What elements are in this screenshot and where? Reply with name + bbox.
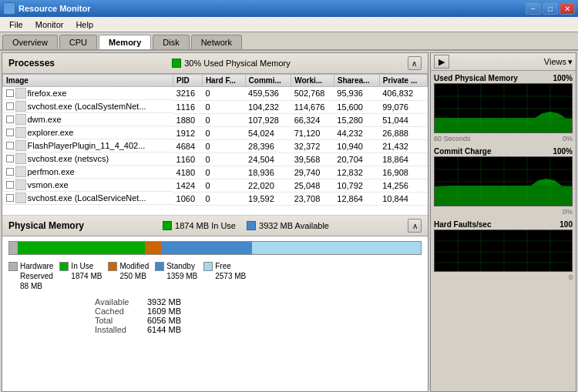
cell-image: svchost.exe (LocalServiceNet... bbox=[3, 192, 173, 205]
cell-shared: 44,232 bbox=[334, 126, 379, 139]
legend-text: Standby1359 MB bbox=[166, 261, 197, 281]
tab-cpu[interactable]: CPU bbox=[59, 35, 97, 49]
col-pid[interactable]: PID bbox=[173, 75, 203, 87]
tab-bar: Overview CPU Memory Disk Network bbox=[0, 32, 578, 51]
process-checkbox[interactable] bbox=[6, 155, 14, 162]
process-checkbox[interactable] bbox=[6, 142, 14, 149]
cell-commit: 104,232 bbox=[245, 100, 291, 113]
cell-image: firefox.exe bbox=[3, 87, 173, 100]
right-header: ▶ Views ▾ bbox=[431, 53, 576, 71]
table-row[interactable]: svchost.exe (LocalServiceNet... 1060 0 1… bbox=[3, 192, 428, 205]
process-checkbox[interactable] bbox=[6, 102, 14, 110]
col-commit[interactable]: Commi... bbox=[245, 75, 291, 87]
cell-hard: 0 bbox=[202, 100, 245, 113]
app-icon bbox=[3, 2, 15, 15]
table-row[interactable]: vsmon.exe 1424 0 22,020 25,048 10,792 14… bbox=[3, 179, 428, 192]
bar-hardware bbox=[9, 242, 18, 254]
cell-working: 29,740 bbox=[291, 166, 334, 179]
processes-table-container[interactable]: Image PID Hard F... Commi... Worki... Sh… bbox=[2, 74, 428, 215]
cell-image: perfmon.exe bbox=[3, 166, 173, 179]
process-checkbox[interactable] bbox=[6, 89, 14, 97]
memory-title: Physical Memory bbox=[8, 220, 84, 231]
cell-hard: 0 bbox=[202, 179, 245, 192]
cell-commit: 19,592 bbox=[245, 192, 291, 205]
cell-shared: 12,864 bbox=[334, 192, 379, 205]
cell-private: 21,432 bbox=[379, 139, 427, 152]
col-hard[interactable]: Hard F... bbox=[202, 75, 245, 87]
bar-inuse bbox=[18, 242, 146, 254]
cell-working: 114,676 bbox=[291, 100, 334, 113]
svg-marker-9 bbox=[535, 112, 566, 118]
processes-header: Processes 30% Used Physical Memory ∧ bbox=[2, 53, 428, 74]
left-panel: Processes 30% Used Physical Memory ∧ Ima… bbox=[2, 52, 428, 392]
views-button[interactable]: Views ▾ bbox=[544, 57, 573, 67]
legend-item: Free2573 MB bbox=[203, 261, 246, 291]
minimize-button[interactable]: − bbox=[526, 2, 541, 15]
title-bar: Resource Monitor − □ ✕ bbox=[0, 0, 578, 17]
cell-pid: 4684 bbox=[173, 139, 203, 152]
process-checkbox[interactable] bbox=[6, 194, 14, 202]
memory-badge: 1874 MB In Use 3932 MB Available bbox=[163, 221, 329, 230]
window-title: Resource Monitor bbox=[18, 4, 91, 13]
cell-image: FlashPlayerPlugin_11_4_402... bbox=[3, 139, 173, 152]
table-row[interactable]: svchost.exe (LocalSystemNet... 1116 0 10… bbox=[3, 100, 428, 113]
right-panel: ▶ Views ▾ Used Physical Memory 100% bbox=[430, 52, 576, 392]
cell-private: 10,844 bbox=[379, 192, 427, 205]
table-row[interactable]: dwm.exe 1880 0 107,928 66,324 15,280 51,… bbox=[3, 113, 428, 126]
processes-badge: 30% Used Physical Memory bbox=[172, 59, 291, 68]
chart-physical-memory: Used Physical Memory 100% bbox=[431, 71, 576, 144]
table-row[interactable]: svchost.exe (netsvcs) 1160 0 24,504 39,5… bbox=[3, 152, 428, 166]
menu-file[interactable]: File bbox=[3, 18, 29, 31]
tab-overview[interactable]: Overview bbox=[2, 35, 58, 49]
legend-item: In Use1874 MB bbox=[59, 261, 102, 291]
chart-commit-label: Commit Charge 100% bbox=[434, 147, 573, 156]
tab-disk[interactable]: Disk bbox=[153, 35, 189, 49]
process-checkbox[interactable] bbox=[6, 168, 14, 176]
svg-marker-19 bbox=[531, 179, 562, 186]
legend-color-swatch bbox=[108, 262, 117, 271]
cell-hard: 0 bbox=[202, 192, 245, 205]
maximize-button[interactable]: □ bbox=[543, 2, 558, 15]
cell-image: svchost.exe (LocalSystemNet... bbox=[3, 100, 173, 113]
table-row[interactable]: FlashPlayerPlugin_11_4_402... 4684 0 28,… bbox=[3, 139, 428, 152]
processes-title: Processes bbox=[8, 58, 55, 69]
processes-section: Processes 30% Used Physical Memory ∧ Ima… bbox=[2, 53, 428, 215]
tab-memory[interactable]: Memory bbox=[99, 35, 151, 49]
col-image[interactable]: Image bbox=[3, 75, 173, 87]
table-row[interactable]: firefox.exe 3216 0 459,536 502,768 95,93… bbox=[3, 87, 428, 101]
menu-monitor[interactable]: Monitor bbox=[29, 18, 70, 31]
chart-hardfaults: Hard Faults/sec 100 bbox=[431, 217, 576, 283]
cell-working: 502,768 bbox=[291, 87, 334, 101]
chart-commit: Commit Charge 100% bbox=[431, 144, 576, 217]
close-button[interactable]: ✕ bbox=[560, 2, 575, 15]
cell-private: 51,044 bbox=[379, 113, 427, 126]
menu-help[interactable]: Help bbox=[69, 18, 99, 31]
process-checkbox[interactable] bbox=[6, 181, 14, 189]
cell-working: 32,372 bbox=[291, 139, 334, 152]
cell-pid: 4180 bbox=[173, 166, 203, 179]
cell-working: 25,048 bbox=[291, 179, 334, 192]
stat-value: 1609 MB bbox=[147, 307, 181, 316]
memory-inuse-text: 1874 MB In Use bbox=[175, 221, 236, 230]
nav-button[interactable]: ▶ bbox=[434, 55, 449, 69]
cell-private: 16,908 bbox=[379, 166, 427, 179]
table-row[interactable]: perfmon.exe 4180 0 18,936 29,740 12,832 … bbox=[3, 166, 428, 179]
col-shared[interactable]: Sharea... bbox=[334, 75, 379, 87]
col-private[interactable]: Private ... bbox=[379, 75, 427, 87]
svg-marker-18 bbox=[435, 186, 572, 206]
bar-standby bbox=[162, 242, 252, 254]
views-dropdown-icon: ▾ bbox=[568, 57, 573, 67]
chart-commit-time: 0% bbox=[434, 208, 573, 216]
memory-collapse-button[interactable]: ∧ bbox=[408, 219, 422, 233]
process-checkbox[interactable] bbox=[6, 129, 14, 136]
col-working[interactable]: Worki... bbox=[291, 75, 334, 87]
process-checkbox[interactable] bbox=[6, 116, 14, 123]
process-icon bbox=[15, 193, 26, 203]
cell-hard: 0 bbox=[202, 139, 245, 152]
table-row[interactable]: explorer.exe 1912 0 54,024 71,120 44,232… bbox=[3, 126, 428, 139]
chart-physical-area bbox=[434, 83, 573, 133]
cell-pid: 1880 bbox=[173, 113, 203, 126]
legend-item: Standby1359 MB bbox=[155, 261, 197, 291]
tab-network[interactable]: Network bbox=[191, 35, 242, 49]
processes-collapse-button[interactable]: ∧ bbox=[408, 56, 422, 70]
